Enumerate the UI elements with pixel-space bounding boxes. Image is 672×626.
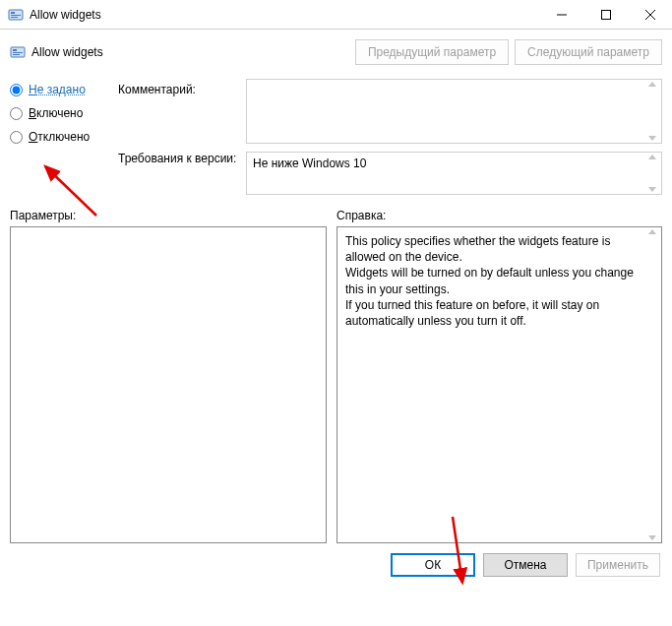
scroll-down-icon xyxy=(648,535,656,540)
title-bar: Allow widgets xyxy=(0,0,672,30)
previous-setting-button[interactable]: Предыдущий параметр xyxy=(355,39,509,65)
svg-rect-10 xyxy=(13,52,23,53)
help-scroll[interactable] xyxy=(645,229,659,540)
header-row: Allow widgets Предыдущий параметр Следую… xyxy=(0,30,672,79)
comment-scroll[interactable] xyxy=(645,82,659,141)
radio-accel: Н xyxy=(29,83,37,96)
requirements-scroll[interactable] xyxy=(645,155,659,192)
svg-rect-11 xyxy=(13,54,20,55)
svg-rect-2 xyxy=(11,15,21,16)
scroll-up-icon xyxy=(648,82,656,87)
radio-label-rest: ключено xyxy=(36,106,83,120)
apply-button[interactable]: Применить xyxy=(576,553,660,577)
svg-rect-3 xyxy=(11,17,18,18)
policy-title: Allow widgets xyxy=(31,45,349,59)
radio-label-rest: тключено xyxy=(37,130,90,144)
svg-rect-9 xyxy=(13,49,17,51)
policy-icon xyxy=(10,44,26,60)
next-setting-button[interactable]: Следующий параметр xyxy=(515,39,662,65)
radio-disabled-input[interactable] xyxy=(10,131,23,144)
radio-not-configured-input[interactable] xyxy=(10,84,23,96)
minimize-button[interactable] xyxy=(539,0,583,29)
radio-enabled-input[interactable] xyxy=(10,107,23,120)
radio-accel: В xyxy=(29,106,36,120)
radio-not-configured[interactable]: Не задано xyxy=(10,83,118,96)
comment-label: Комментарий: xyxy=(118,83,246,96)
requirements-pane: Не ниже Windows 10 xyxy=(246,152,662,195)
field-labels-column: Комментарий: Требования к версии: xyxy=(118,79,246,195)
scroll-down-icon xyxy=(648,136,656,141)
ok-button[interactable]: ОК xyxy=(391,553,475,577)
lower-labels: Параметры: Справка: xyxy=(0,195,672,226)
window-controls xyxy=(539,0,672,29)
comment-textarea[interactable] xyxy=(246,79,662,144)
radio-label-rest: е задано xyxy=(37,83,86,96)
scroll-up-icon xyxy=(648,155,656,159)
dialog-footer: ОК Отмена Применить xyxy=(0,543,672,587)
svg-rect-5 xyxy=(601,10,610,19)
cancel-button[interactable]: Отмена xyxy=(483,553,568,577)
scroll-down-icon xyxy=(648,187,656,192)
settings-section: Не задано Включено Отключено Комментарий… xyxy=(0,79,672,195)
svg-rect-1 xyxy=(11,12,15,14)
state-radio-group: Не задано Включено Отключено xyxy=(10,79,118,195)
help-text: This policy specifies whether the widget… xyxy=(345,233,653,329)
fields-column: Не ниже Windows 10 xyxy=(246,79,662,195)
parameters-label: Параметры: xyxy=(10,209,336,222)
help-panel: This policy specifies whether the widget… xyxy=(336,226,662,543)
help-label: Справка: xyxy=(336,209,662,222)
app-icon xyxy=(8,7,24,23)
radio-enabled[interactable]: Включено xyxy=(10,106,118,120)
radio-accel: О xyxy=(29,130,37,144)
radio-disabled[interactable]: Отключено xyxy=(10,130,118,144)
requirements-value: Не ниже Windows 10 xyxy=(253,156,366,170)
lower-panels: This policy specifies whether the widget… xyxy=(0,226,672,543)
requirements-label: Требования к версии: xyxy=(118,152,246,165)
close-button[interactable] xyxy=(628,0,672,29)
window-title: Allow widgets xyxy=(30,8,539,22)
scroll-up-icon xyxy=(648,229,656,234)
parameters-panel xyxy=(10,226,327,543)
maximize-button[interactable] xyxy=(583,0,628,29)
